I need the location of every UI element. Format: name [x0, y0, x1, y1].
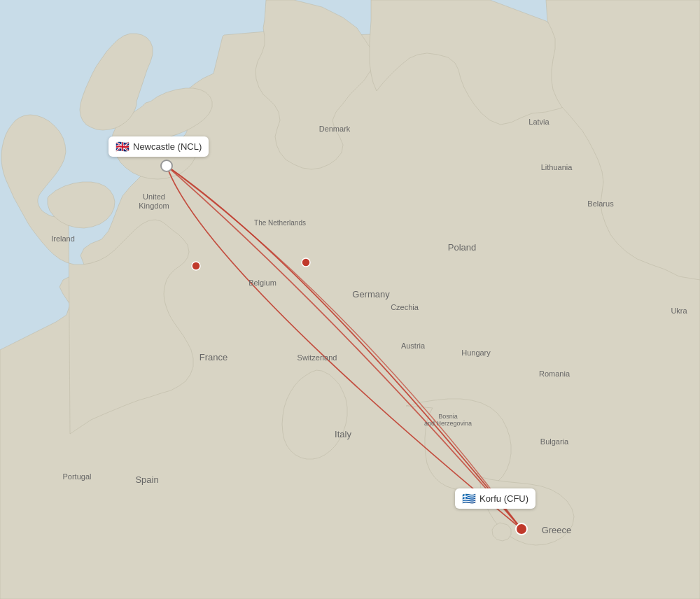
svg-text:Ireland: Ireland — [51, 234, 75, 243]
svg-text:Belgium: Belgium — [248, 279, 276, 287]
svg-text:Bosnia: Bosnia — [438, 413, 458, 420]
svg-point-2 — [302, 258, 310, 267]
svg-point-4 — [516, 523, 527, 535]
svg-text:Latvia: Latvia — [528, 118, 550, 126]
svg-text:Kingdom: Kingdom — [139, 202, 169, 210]
svg-point-3 — [161, 160, 172, 171]
svg-text:Spain: Spain — [135, 474, 158, 485]
svg-text:Denmark: Denmark — [319, 125, 351, 133]
svg-text:Switzerland: Switzerland — [298, 353, 337, 362]
svg-text:Greece: Greece — [542, 525, 572, 535]
svg-text:Poland: Poland — [448, 242, 476, 253]
svg-text:and Herzegovina: and Herzegovina — [424, 420, 472, 427]
svg-text:France: France — [200, 352, 227, 362]
svg-text:Germany: Germany — [352, 289, 390, 300]
svg-text:Bulgaria: Bulgaria — [540, 437, 569, 446]
svg-text:Portugal: Portugal — [63, 472, 92, 481]
svg-text:Italy: Italy — [335, 429, 351, 439]
svg-text:United: United — [143, 192, 165, 201]
svg-text:The Netherlands: The Netherlands — [254, 219, 306, 227]
svg-text:Romania: Romania — [539, 369, 570, 378]
svg-text:Hungary: Hungary — [461, 348, 491, 357]
map-container: Ireland United Kingdom Denmark The Nethe… — [0, 0, 700, 599]
svg-text:Czechia: Czechia — [391, 303, 419, 311]
svg-text:Lithuania: Lithuania — [541, 163, 573, 171]
svg-text:Ukra: Ukra — [671, 306, 687, 315]
svg-text:Belarus: Belarus — [587, 199, 614, 208]
svg-text:Austria: Austria — [401, 341, 426, 350]
svg-point-1 — [192, 262, 200, 270]
